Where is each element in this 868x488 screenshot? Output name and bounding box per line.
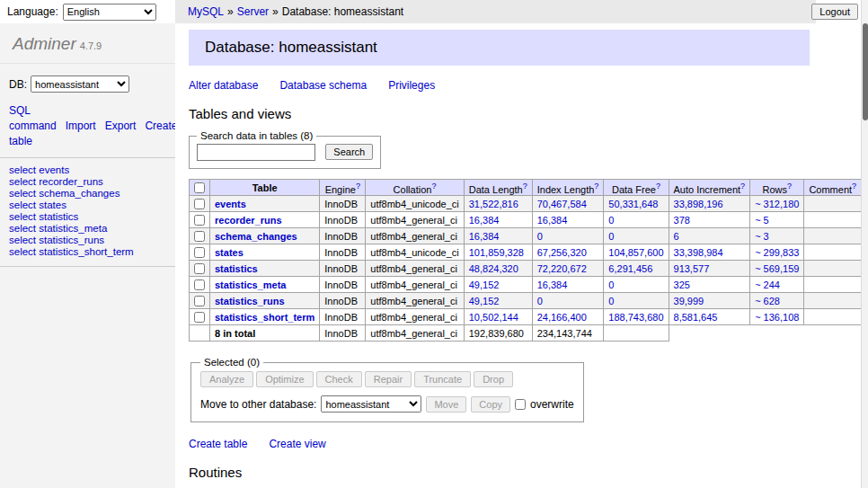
help-link[interactable]: ? (740, 182, 745, 191)
table-name-link[interactable]: statistics_short_term (215, 312, 314, 323)
language-select[interactable]: English (63, 4, 156, 21)
data-free-link[interactable]: 0 (608, 279, 614, 290)
data-length-link[interactable]: 49,152 (469, 279, 500, 290)
drop-button[interactable]: Drop (474, 371, 513, 387)
rows-estimate-link[interactable]: ~ 3 (755, 231, 769, 242)
rows-estimate-link[interactable]: ~ 244 (755, 279, 780, 290)
auto-increment-link[interactable]: 33,898,196 (674, 199, 723, 209)
data-free-link[interactable]: 0 (608, 215, 614, 226)
table-name-link[interactable]: events (215, 199, 246, 209)
select-table-link[interactable]: select (9, 211, 36, 222)
sidebar-action-link[interactable]: SQL command (9, 104, 57, 132)
optimize-button[interactable]: Optimize (256, 371, 313, 387)
db-select[interactable]: homeassistant (31, 75, 129, 93)
index-length-link[interactable]: 72,220,672 (537, 263, 587, 274)
help-link[interactable]: ? (594, 182, 598, 191)
help-link[interactable]: ? (852, 182, 856, 191)
table-name-link[interactable]: statistics_short_term (39, 246, 133, 257)
data-free-link[interactable]: 188,743,680 (608, 312, 663, 323)
rows-estimate-link[interactable]: ~ 628 (755, 296, 780, 306)
select-table-link[interactable]: select (9, 235, 36, 245)
data-length-link[interactable]: 101,859,328 (469, 247, 524, 258)
help-link[interactable]: ? (523, 182, 527, 191)
data-free-link[interactable]: 6,291,456 (608, 263, 652, 274)
table-name-link[interactable]: recorder_runs (215, 215, 282, 226)
breadcrumb-server-link[interactable]: Server (237, 5, 269, 18)
index-length-link[interactable]: 0 (537, 231, 543, 242)
table-name-link[interactable]: statistics_runs (215, 296, 285, 306)
truncate-button[interactable]: Truncate (414, 371, 471, 387)
index-length-link[interactable]: 0 (537, 296, 543, 306)
data-free-link[interactable]: 0 (608, 231, 614, 242)
auto-increment-link[interactable]: 8,581,645 (674, 312, 718, 323)
scrollbar-thumb[interactable] (863, 23, 868, 120)
auto-increment-link[interactable]: 913,577 (674, 263, 710, 274)
row-checkbox[interactable] (194, 215, 205, 226)
search-button[interactable]: Search (325, 144, 373, 160)
select-table-link[interactable]: select (9, 188, 36, 199)
create-link[interactable]: Create table (189, 438, 247, 450)
rows-estimate-link[interactable]: ~ 5 (755, 215, 769, 226)
overwrite-checkbox[interactable] (515, 399, 526, 410)
table-name-link[interactable]: recorder_runs (39, 176, 103, 187)
index-length-link[interactable]: 67,256,320 (537, 247, 587, 258)
select-table-link[interactable]: select (9, 246, 36, 257)
copy-button[interactable]: Copy (471, 396, 510, 413)
data-length-link[interactable]: 16,384 (469, 231, 500, 242)
index-length-link[interactable]: 16,384 (537, 215, 568, 226)
row-checkbox[interactable] (194, 296, 205, 306)
db-action-link[interactable]: Alter database (189, 79, 258, 92)
auto-increment-link[interactable]: 378 (674, 215, 690, 226)
select-table-link[interactable]: select (9, 176, 36, 187)
table-name-link[interactable]: statistics_runs (39, 235, 104, 245)
help-link[interactable]: ? (656, 182, 660, 191)
logout-button[interactable]: Logout (811, 4, 858, 20)
analyze-button[interactable]: Analyze (200, 371, 253, 387)
db-action-link[interactable]: Privileges (388, 79, 435, 92)
help-link[interactable]: ? (356, 182, 360, 191)
check-button[interactable]: Check (316, 371, 362, 387)
scrollbar[interactable] (861, 0, 868, 488)
row-checkbox[interactable] (194, 312, 205, 323)
select-table-link[interactable]: select (9, 223, 36, 234)
search-input[interactable] (197, 144, 315, 161)
auto-increment-link[interactable]: 39,999 (674, 296, 704, 306)
table-name-link[interactable]: events (39, 164, 69, 175)
breadcrumb-mysql-link[interactable]: MySQL (188, 5, 224, 18)
data-free-link[interactable]: 50,331,648 (608, 199, 658, 209)
move-button[interactable]: Move (426, 396, 466, 413)
sidebar-action-link[interactable]: Import (66, 120, 96, 132)
auto-increment-link[interactable]: 325 (674, 279, 690, 290)
table-name-link[interactable]: schema_changes (215, 231, 297, 242)
rows-estimate-link[interactable]: ~ 299,833 (755, 247, 799, 258)
rows-estimate-link[interactable]: ~ 312,180 (755, 199, 799, 209)
table-name-link[interactable]: states (39, 200, 66, 210)
data-length-link[interactable]: 16,384 (469, 215, 500, 226)
select-all-checkbox[interactable] (194, 182, 205, 193)
data-length-link[interactable]: 31,522,816 (469, 199, 518, 209)
index-length-link[interactable]: 70,467,584 (537, 199, 587, 209)
data-length-link[interactable]: 10,502,144 (469, 312, 518, 323)
index-length-link[interactable]: 16,384 (537, 279, 568, 290)
auto-increment-link[interactable]: 6 (674, 231, 679, 242)
table-name-link[interactable]: states (215, 247, 244, 258)
repair-button[interactable]: Repair (365, 371, 412, 387)
table-name-link[interactable]: statistics (215, 263, 258, 274)
row-checkbox[interactable] (194, 279, 205, 290)
help-link[interactable]: ? (787, 182, 792, 191)
row-checkbox[interactable] (194, 263, 205, 274)
data-free-link[interactable]: 0 (608, 296, 614, 306)
rows-estimate-link[interactable]: ~ 569,159 (755, 263, 799, 274)
select-table-link[interactable]: select (9, 200, 36, 210)
sidebar-action-link[interactable]: Export (105, 120, 137, 132)
index-length-link[interactable]: 24,166,400 (537, 312, 587, 323)
table-name-link[interactable]: statistics (39, 211, 78, 222)
row-checkbox[interactable] (194, 247, 205, 258)
row-checkbox[interactable] (194, 199, 205, 209)
row-checkbox[interactable] (194, 231, 205, 242)
auto-increment-link[interactable]: 33,398,984 (674, 247, 723, 258)
table-name-link[interactable]: statistics_meta (215, 279, 287, 290)
move-db-select[interactable]: homeassistant (321, 395, 421, 413)
data-length-link[interactable]: 48,824,320 (469, 263, 518, 274)
data-length-link[interactable]: 49,152 (469, 296, 500, 306)
